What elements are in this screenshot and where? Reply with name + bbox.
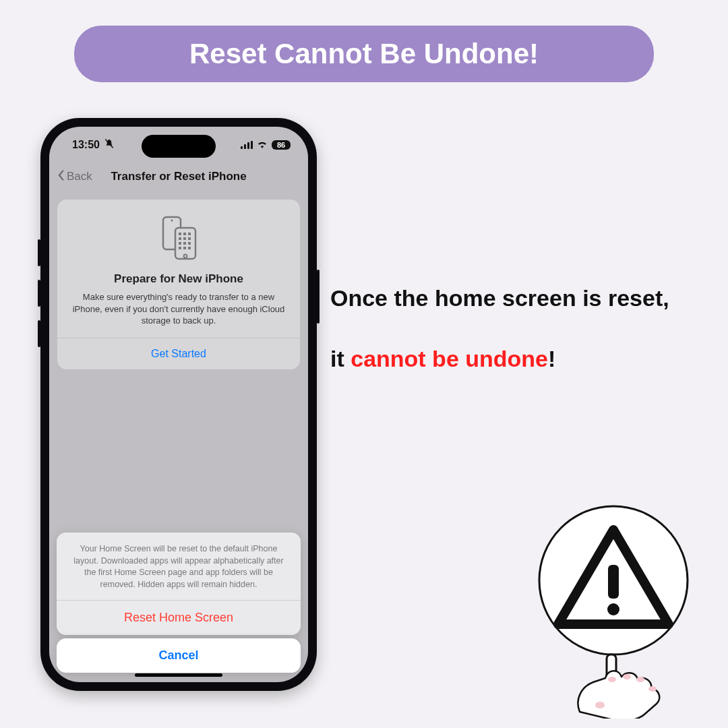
explainer-line2: it cannot be undone! — [330, 344, 708, 373]
svg-rect-10 — [188, 237, 191, 240]
svg-point-21 — [595, 702, 605, 708]
svg-rect-5 — [179, 233, 181, 235]
prepare-body: Make sure everything's ready to transfer… — [72, 291, 285, 327]
svg-point-24 — [636, 677, 644, 682]
svg-rect-13 — [188, 242, 191, 245]
action-sheet: Your Home Screen will be reset to the de… — [57, 533, 301, 635]
svg-rect-7 — [188, 233, 191, 235]
headline-banner: Reset Cannot Be Undone! — [74, 26, 654, 82]
svg-rect-18 — [608, 565, 619, 599]
explainer-copy: Once the home screen is reset, it cannot… — [330, 283, 708, 373]
action-sheet-cancel: Cancel — [57, 638, 301, 673]
prepare-heading: Prepare for New iPhone — [71, 272, 286, 286]
svg-point-2 — [171, 219, 173, 221]
iphone-mockup: 13:50 86 Bac — [40, 118, 317, 691]
back-button[interactable]: Back — [56, 169, 92, 185]
home-indicator — [135, 673, 222, 677]
svg-rect-12 — [183, 242, 186, 245]
iphone-screen: 13:50 86 Bac — [49, 127, 308, 682]
svg-rect-15 — [183, 247, 186, 249]
warning-sign-illustration — [499, 503, 701, 719]
back-label: Back — [67, 170, 92, 183]
svg-point-22 — [608, 677, 616, 682]
cellular-icon — [241, 141, 253, 149]
svg-rect-6 — [183, 233, 186, 235]
svg-rect-9 — [183, 237, 186, 240]
dynamic-island — [142, 135, 216, 158]
get-started-button[interactable]: Get Started — [57, 338, 300, 369]
silent-icon — [104, 138, 115, 152]
svg-point-19 — [607, 603, 619, 615]
chevron-left-icon — [56, 169, 65, 185]
svg-rect-16 — [188, 247, 191, 249]
explainer-line2-suffix: ! — [548, 346, 555, 371]
explainer-line2-emph: cannot be undone — [351, 346, 548, 371]
reset-home-screen-button[interactable]: Reset Home Screen — [57, 600, 301, 635]
svg-point-23 — [623, 674, 631, 679]
headline-text: Reset Cannot Be Undone! — [189, 38, 539, 69]
battery-indicator: 86 — [272, 140, 291, 150]
explainer-line1: Once the home screen is reset, — [330, 283, 708, 313]
navigation-bar: Back Transfer or Reset iPhone — [49, 163, 308, 190]
action-sheet-message: Your Home Screen will be reset to the de… — [57, 533, 301, 600]
svg-rect-14 — [179, 247, 181, 249]
explainer-line2-prefix: it — [330, 346, 351, 371]
prepare-card: Prepare for New iPhone Make sure everyth… — [57, 200, 300, 369]
nav-title: Transfer or Reset iPhone — [111, 170, 246, 183]
svg-rect-11 — [179, 242, 181, 245]
svg-point-25 — [648, 686, 657, 692]
svg-rect-8 — [179, 237, 181, 240]
cancel-button[interactable]: Cancel — [57, 638, 301, 673]
wifi-icon — [257, 139, 268, 151]
status-time: 13:50 — [72, 139, 100, 151]
devices-icon — [57, 200, 300, 268]
